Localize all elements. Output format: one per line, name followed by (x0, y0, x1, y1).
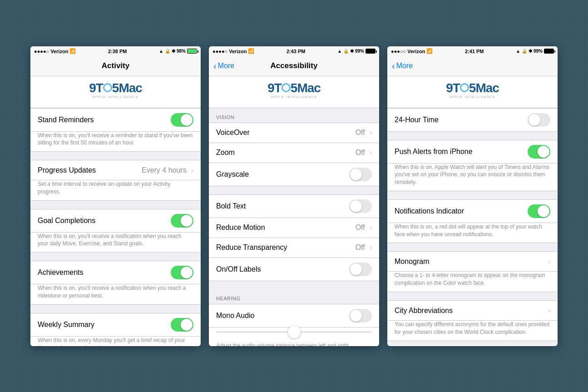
hearing-section-header: HEARING (209, 289, 379, 304)
reduce-transparency-chevron: › (370, 243, 372, 252)
lock-icon-3: 🔒 (522, 49, 527, 54)
logo-3: 9T5Mac (387, 82, 558, 94)
battery-fill-2 (366, 49, 375, 53)
status-bar-1: ●●●●○ Verizon 📶 2:38 PM ▲ 🔒 ✱ 98% (30, 46, 201, 56)
status-right-2: ▲ 🔒 ✱ 99% (337, 49, 376, 54)
page-title-2: Accessibility (271, 61, 318, 70)
notifications-indicator-knob (538, 205, 549, 217)
audio-balance-thumb[interactable] (288, 326, 301, 338)
notifications-indicator-desc: When this is on, a red dot will appear a… (387, 223, 558, 243)
bold-text-toggle[interactable] (349, 199, 372, 213)
status-left-1: ●●●●○ Verizon 📶 (34, 48, 76, 54)
display-group: Bold Text Reduce Motion Off › Reduce Tra… (209, 194, 379, 281)
hearing-group: Mono Audio Adjust the audio volume balan… (209, 304, 379, 346)
battery-fill-1 (188, 49, 196, 53)
goal-completions-desc: When this is on, you'll receive a notifi… (30, 233, 201, 253)
stand-reminders-label: Stand Reminders (38, 116, 171, 124)
24hour-time-label: 24-Hour Time (395, 116, 528, 124)
reduce-transparency-item[interactable]: Reduce Transparency Off › (209, 238, 379, 258)
scroll-content-2[interactable]: VISION VoiceOver Off › Zoom Off › Graysc… (209, 108, 379, 346)
status-time-3: 2:41 PM (465, 49, 484, 54)
bluetooth-icon: ✱ (172, 49, 175, 54)
back-chevron-3: ‹ (392, 61, 395, 70)
goal-completions-item[interactable]: Goal Completions (30, 209, 201, 233)
stand-reminders-toggle[interactable] (171, 113, 193, 127)
achievements-item[interactable]: Achievements (30, 261, 201, 284)
vision-group: VoiceOver Off › Zoom Off › Grayscale (209, 123, 379, 186)
back-label-2: More (218, 62, 234, 70)
goal-completions-toggle[interactable] (171, 214, 193, 228)
grayscale-toggle[interactable] (349, 168, 372, 181)
logo-area-1: 9T5Mac APPLE INTELLIGENCE (30, 76, 201, 108)
zoom-item[interactable]: Zoom Off › (209, 143, 379, 163)
progress-updates-item[interactable]: Progress Updates Every 4 hours › (30, 160, 201, 180)
achievements-desc: When this is on, you'll receive a notifi… (30, 284, 201, 304)
wifi-icon: 📶 (69, 48, 76, 54)
reduce-motion-chevron: › (370, 223, 372, 232)
gap-3 (30, 253, 201, 261)
voiceover-item[interactable]: VoiceOver Off › (209, 123, 379, 143)
logo-circle-3 (460, 83, 469, 92)
weekly-summary-toggle[interactable] (171, 318, 193, 332)
zoom-label: Zoom (216, 149, 356, 157)
battery-fill-3 (544, 49, 553, 53)
mono-audio-toggle[interactable] (349, 309, 372, 323)
grayscale-knob (350, 169, 362, 180)
city-abbreviations-label: City Abbreviations (395, 307, 546, 315)
phone-screen-2: ●●●●○ Verizon 📶 2:43 PM ▲ 🔒 ✱ 99% ‹ More… (209, 46, 379, 346)
nav-bar-3: ‹ More (387, 56, 558, 76)
push-alerts-toggle[interactable] (528, 145, 550, 159)
notifications-indicator-label: Notifications Indicator (395, 207, 528, 215)
back-label-3: More (396, 62, 413, 70)
status-time-2: 2:43 PM (287, 49, 306, 54)
page-title-1: Activity (102, 61, 129, 70)
stand-reminders-knob (181, 114, 193, 126)
stand-reminders-item[interactable]: Stand Reminders (30, 109, 201, 132)
lock-icon-2: 🔒 (343, 49, 349, 54)
achievements-knob (181, 267, 193, 278)
city-abbreviations-item[interactable]: City Abbreviations › (387, 301, 558, 321)
gap-1 (30, 152, 201, 160)
weekly-summary-item[interactable]: Weekly Summary (30, 313, 201, 337)
24hour-time-toggle[interactable] (528, 113, 550, 127)
mono-audio-item[interactable]: Mono Audio (209, 304, 379, 327)
notifications-indicator-toggle[interactable] (528, 204, 550, 218)
logo-2: 9T5Mac (209, 82, 379, 94)
signal-icon-3: ●●●○○ (391, 49, 406, 54)
onoff-labels-toggle[interactable] (349, 263, 372, 276)
reduce-motion-value: Off (356, 223, 365, 232)
city-abbreviations-chevron: › (548, 307, 550, 315)
battery-percent-2: 99% (355, 49, 364, 54)
bold-text-item[interactable]: Bold Text (209, 195, 379, 218)
notifications-indicator-item[interactable]: Notifications Indicator (387, 200, 558, 223)
grayscale-item[interactable]: Grayscale (209, 163, 379, 186)
push-alerts-knob (538, 146, 549, 158)
monogram-item[interactable]: Monogram › (387, 252, 558, 272)
settings-group-monogram: Monogram › Choose a 1- to 4-letter monog… (387, 251, 558, 292)
logo-area-3: 9T5Mac APPLE INTELLIGENCE (387, 76, 558, 108)
status-right-3: ▲ 🔒 ✱ 99% (516, 49, 554, 54)
reduce-transparency-value: Off (356, 243, 365, 252)
logo-subtitle-1: APPLE INTELLIGENCE (30, 95, 201, 99)
gap-6 (209, 281, 379, 289)
back-button-2[interactable]: ‹ More (213, 62, 234, 70)
location-icon-3: ▲ (516, 49, 520, 54)
status-left-2: ●●●●○ Verizon 📶 (212, 48, 254, 54)
scroll-content-3[interactable]: 24-Hour Time Push Alerts from iPhone Whe… (387, 108, 558, 346)
24hour-time-item[interactable]: 24-Hour Time (387, 109, 558, 131)
weekly-summary-knob (181, 319, 193, 331)
onoff-labels-item[interactable]: On/Off Labels (209, 258, 379, 281)
settings-group-city: City Abbreviations › You can specify dif… (387, 300, 558, 341)
settings-group-notif: Notifications Indicator When this is on,… (387, 199, 558, 243)
reduce-motion-item[interactable]: Reduce Motion Off › (209, 218, 379, 238)
weekly-summary-label: Weekly Summary (38, 321, 171, 329)
achievements-toggle[interactable] (171, 266, 193, 279)
back-chevron-2: ‹ (213, 61, 217, 70)
gap-4 (30, 305, 201, 313)
back-button-3[interactable]: ‹ More (392, 62, 413, 70)
location-icon: ▲ (159, 49, 163, 54)
push-alerts-label: Push Alerts from iPhone (395, 148, 528, 156)
scroll-content-1[interactable]: Stand Reminders When this is on, you'll … (30, 108, 201, 346)
status-right-1: ▲ 🔒 ✱ 98% (159, 49, 197, 54)
push-alerts-item[interactable]: Push Alerts from iPhone (387, 140, 558, 164)
